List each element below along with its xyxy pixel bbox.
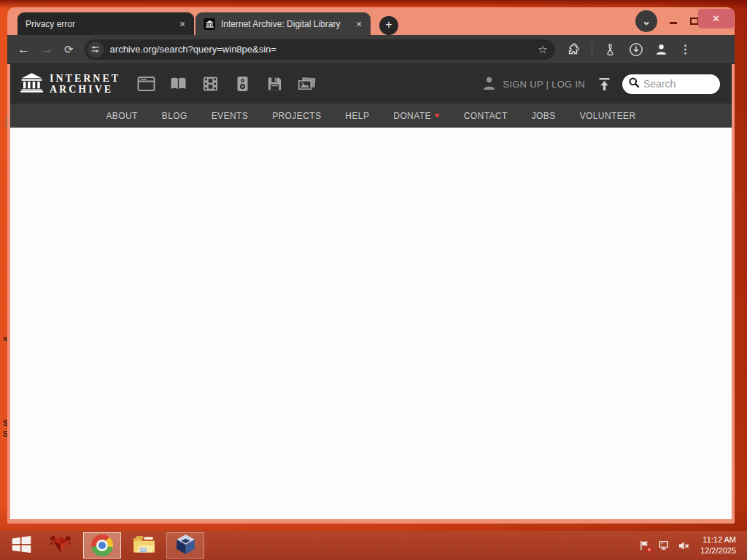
- start-button[interactable]: [4, 532, 38, 559]
- page-content-blank: [10, 128, 732, 519]
- chrome-icon-core: [98, 542, 106, 549]
- nav-item-contact[interactable]: CONTACT: [464, 111, 508, 121]
- nav-item-volunteer[interactable]: VOLUNTEER: [580, 111, 636, 121]
- windows-start-icon: [12, 536, 31, 556]
- close-icon: ✕: [712, 13, 720, 24]
- nav-item-projects[interactable]: PROJECTS: [272, 111, 321, 121]
- nav-item-jobs[interactable]: JOBS: [532, 111, 556, 121]
- clock-time: 11:12 AM: [703, 535, 736, 544]
- tab-strip: Privacy error ✕ Internet Archive: Digita…: [7, 7, 735, 35]
- nav-item-help[interactable]: HELP: [345, 111, 369, 121]
- upload-icon[interactable]: [597, 77, 612, 91]
- network-icon[interactable]: [657, 539, 670, 552]
- taskbar-red-diamond-app[interactable]: [42, 532, 80, 559]
- reload-button[interactable]: ⟳: [64, 43, 74, 56]
- nav-item-about[interactable]: ABOUT: [106, 111, 137, 121]
- minimize-button[interactable]: [665, 15, 682, 31]
- tab-privacy-error[interactable]: Privacy error ✕: [18, 12, 194, 35]
- url-text[interactable]: archive.org/search?query=win8pe&sin=: [110, 44, 532, 55]
- video-icon[interactable]: [201, 75, 220, 93]
- archive-search-box[interactable]: [622, 74, 720, 94]
- action-center-flag-icon[interactable]: ✕: [638, 539, 651, 552]
- browser-window: Privacy error ✕ Internet Archive: Digita…: [7, 7, 735, 524]
- audio-icon[interactable]: [233, 75, 252, 93]
- tab-title: Internet Archive: Digital Library: [221, 19, 353, 29]
- volume-muted-icon[interactable]: [677, 539, 690, 552]
- archive-favicon-icon: [204, 18, 215, 30]
- red-diamond-app-icon: [47, 533, 74, 559]
- archive-header-right: SIGN UP | LOG IN: [481, 74, 720, 94]
- tab-close-icon[interactable]: ✕: [353, 18, 365, 30]
- archive-search-input[interactable]: [643, 78, 711, 90]
- images-icon[interactable]: [297, 75, 317, 93]
- web-page: INTERNET ARCHIVE: [10, 64, 732, 519]
- error-badge-icon: ✕: [646, 547, 652, 553]
- media-type-icons: [136, 75, 317, 93]
- software-icon[interactable]: [265, 75, 285, 93]
- virtualbox-icon: [174, 533, 197, 559]
- archive-nav: ABOUT BLOG EVENTS PROJECTS HELP DONATE ♥…: [10, 104, 732, 128]
- texts-icon[interactable]: [169, 75, 188, 93]
- tab-internet-archive[interactable]: Internet Archive: Digital Library ✕: [196, 12, 371, 35]
- tab-close-icon[interactable]: ✕: [177, 18, 188, 30]
- profile-icon[interactable]: [654, 42, 669, 57]
- chrome-icon: [91, 534, 113, 556]
- web-icon[interactable]: [136, 75, 156, 93]
- address-bar[interactable]: archive.org/search?query=win8pe&sin= ☆: [85, 39, 555, 60]
- browser-toolbar: ← → ⟳ archive.org/search?query=win8pe&si…: [7, 35, 735, 64]
- menu-dots-icon[interactable]: ⋮: [680, 42, 692, 56]
- tab-title: Privacy error: [26, 19, 177, 29]
- archive-logo-text: INTERNET ARCHIVE: [50, 73, 120, 95]
- taskbar: ✕ 11:12 AM 12/2/2025: [0, 531, 747, 560]
- taskbar-virtualbox-app[interactable]: [166, 532, 204, 559]
- labs-flask-icon[interactable]: [603, 42, 618, 57]
- archive-logo-icon: [20, 73, 43, 96]
- minimize-icon: [670, 22, 677, 24]
- heart-icon: ♥: [435, 112, 440, 120]
- nav-item-blog[interactable]: BLOG: [162, 111, 187, 121]
- person-icon: [481, 75, 497, 93]
- file-explorer-icon: [132, 534, 156, 557]
- system-tray: ✕ 11:12 AM 12/2/2025: [638, 534, 743, 556]
- taskbar-chrome-app[interactable]: [83, 532, 121, 559]
- extensions-icon[interactable]: [566, 42, 581, 57]
- window-close-button[interactable]: ✕: [698, 9, 734, 28]
- back-button[interactable]: ←: [18, 43, 30, 55]
- taskbar-clock[interactable]: 11:12 AM 12/2/2025: [700, 534, 739, 556]
- toolbar-separator: [592, 43, 592, 56]
- archive-header: INTERNET ARCHIVE: [10, 64, 732, 104]
- nav-item-donate[interactable]: DONATE ♥: [393, 111, 439, 121]
- archive-logo[interactable]: INTERNET ARCHIVE: [20, 73, 120, 96]
- clock-date: 12/2/2025: [700, 546, 736, 555]
- new-tab-button[interactable]: +: [379, 16, 398, 35]
- tab-search-button[interactable]: ⌄: [635, 10, 657, 32]
- site-settings-icon[interactable]: [88, 42, 104, 58]
- download-icon[interactable]: [629, 42, 643, 57]
- search-icon: [628, 77, 640, 91]
- bookmark-star-icon[interactable]: ☆: [538, 43, 547, 56]
- forward-button[interactable]: →: [41, 43, 53, 55]
- taskbar-file-explorer[interactable]: [125, 532, 163, 559]
- chevron-down-icon: ⌄: [642, 15, 651, 28]
- nav-item-events[interactable]: EVENTS: [212, 111, 248, 121]
- signup-login-link[interactable]: SIGN UP | LOG IN: [503, 79, 585, 90]
